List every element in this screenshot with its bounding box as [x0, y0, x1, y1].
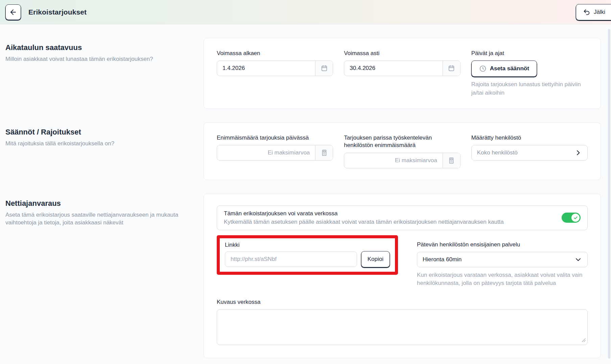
- primary-service-field: Pätevän henkilöstön ensisijainen palvelu…: [417, 235, 588, 288]
- link-label: Linkki: [225, 241, 390, 249]
- undo-button-label: Jälki: [594, 9, 605, 16]
- rules-card: Enimmäismäärä tarjouksia päivässä Tarjou…: [204, 122, 601, 180]
- undo-icon: [583, 8, 590, 16]
- schedule-section-subtitle: Milloin asiakkaat voivat lunastaa tämän …: [5, 55, 189, 63]
- online-booking-toggle-row: Tämän erikoistarjouksen voi varata verko…: [217, 205, 588, 230]
- copy-link-button[interactable]: Kopioi: [361, 251, 390, 267]
- schedule-section-title: Aikataulun saatavuus: [5, 43, 189, 52]
- max-offers-field: Enimmäismäärä tarjouksia päivässä: [217, 134, 333, 161]
- max-offers-calculator-button[interactable]: [315, 145, 333, 160]
- link-and-service-row: Linkki Kopioi Pätevän henkilöstön ensisi…: [217, 235, 588, 288]
- max-staff-label: Tarjouksen parissa työskentelevän henkil…: [344, 134, 460, 149]
- page-title: Erikoistarjoukset: [28, 8, 87, 16]
- online-booking-card: Tämän erikoistarjouksen voi varata verko…: [204, 194, 601, 358]
- valid-from-input[interactable]: [217, 61, 315, 76]
- calculator-icon: [321, 149, 328, 156]
- assigned-staff-value: Koko henkilöstö: [477, 149, 518, 156]
- online-booking-toggle[interactable]: [562, 213, 581, 223]
- online-description-field: Kuvaus verkossa: [217, 298, 588, 346]
- max-staff-field: Tarjouksen parissa työskentelevän henkil…: [344, 134, 460, 168]
- max-staff-calculator-button[interactable]: [443, 153, 460, 168]
- primary-service-label: Pätevän henkilöstön ensisijainen palvelu: [417, 241, 588, 248]
- primary-service-value: Hieronta 60min: [423, 256, 462, 263]
- calendar-icon: [321, 65, 328, 72]
- set-rules-button[interactable]: Aseta säännöt: [471, 60, 537, 77]
- link-input[interactable]: [225, 251, 357, 267]
- special-offers-page: Erikoistarjoukset Jälki Aikataulun saata…: [0, 0, 611, 364]
- valid-until-calendar-button[interactable]: [443, 61, 460, 76]
- assigned-staff-selector[interactable]: Koko henkilöstö: [471, 145, 588, 161]
- scrollbar[interactable]: [608, 29, 610, 359]
- page-header: Erikoistarjoukset Jälki: [0, 0, 611, 24]
- max-offers-input[interactable]: [217, 145, 315, 160]
- online-booking-section-intro: Nettiajanvaraus Aseta tämä erikoistarjou…: [5, 194, 204, 227]
- assigned-staff-field: Määrätty henkilöstö Koko henkilöstö: [471, 134, 588, 161]
- section-schedule-availability: Aikataulun saatavuus Milloin asiakkaat v…: [0, 38, 611, 109]
- toggle-knob: [571, 214, 580, 222]
- rules-section-subtitle: Mitä rajoituksia tällä erikoistarjouksel…: [5, 140, 189, 148]
- chevron-down-icon: [574, 256, 582, 263]
- online-booking-section-title: Nettiajanvaraus: [5, 199, 189, 208]
- valid-from-calendar-button[interactable]: [315, 61, 333, 76]
- valid-until-field: Voimassa asti: [344, 50, 460, 76]
- days-times-field: Päivät ja ajat Aseta säännöt Rajoita tar…: [471, 50, 588, 97]
- online-booking-toggle-texts: Tämän erikoistarjouksen voi varata verko…: [224, 210, 554, 225]
- rules-section-intro: Säännöt / Rajoitukset Mitä rajoituksia t…: [5, 122, 204, 148]
- set-rules-hint: Rajoita tarjouksen lunastus tiettyihin p…: [471, 80, 588, 97]
- online-booking-toggle-subtitle: Kytkemällä tämän asetuksen päälle asiakk…: [224, 219, 554, 225]
- online-booking-toggle-title: Tämän erikoistarjouksen voi varata verko…: [224, 210, 554, 217]
- arrow-left-icon: [9, 8, 17, 16]
- back-button[interactable]: [5, 4, 21, 20]
- copy-link-button-label: Kopioi: [368, 256, 383, 263]
- rules-section-title: Säännöt / Rajoitukset: [5, 128, 189, 137]
- schedule-section-intro: Aikataulun saatavuus Milloin asiakkaat v…: [5, 38, 204, 63]
- section-rules-restrictions: Säännöt / Rajoitukset Mitä rajoituksia t…: [0, 122, 611, 180]
- section-online-booking: Nettiajanvaraus Aseta tämä erikoistarjou…: [0, 194, 611, 358]
- link-field-highlight: Linkki Kopioi: [217, 235, 398, 275]
- calendar-icon: [448, 65, 455, 72]
- online-description-textarea[interactable]: [217, 309, 588, 345]
- schedule-card: Voimassa alkaen Voimassa asti: [204, 38, 601, 109]
- set-rules-button-label: Aseta säännöt: [490, 65, 529, 72]
- valid-until-input[interactable]: [344, 61, 442, 76]
- online-description-label: Kuvaus verkossa: [217, 298, 588, 306]
- undo-button[interactable]: Jälki: [576, 4, 611, 20]
- days-times-label: Päivät ja ajat: [471, 50, 588, 57]
- chevron-right-icon: [574, 149, 582, 156]
- clock-icon: [479, 65, 487, 72]
- online-booking-section-subtitle: Aseta tämä erikoistarjous saataville net…: [5, 211, 189, 227]
- primary-service-hint: Kun erikoistarjous varataan verkossa, as…: [417, 271, 588, 288]
- calculator-icon: [448, 157, 455, 164]
- check-icon: [573, 216, 578, 220]
- max-staff-input[interactable]: [344, 153, 442, 168]
- max-offers-label: Enimmäismäärä tarjouksia päivässä: [217, 134, 333, 142]
- assigned-staff-label: Määrätty henkilöstö: [471, 134, 588, 142]
- valid-from-field: Voimassa alkaen: [217, 50, 333, 76]
- primary-service-select[interactable]: Hieronta 60min: [417, 252, 588, 267]
- valid-from-label: Voimassa alkaen: [217, 50, 333, 57]
- valid-until-label: Voimassa asti: [344, 50, 460, 57]
